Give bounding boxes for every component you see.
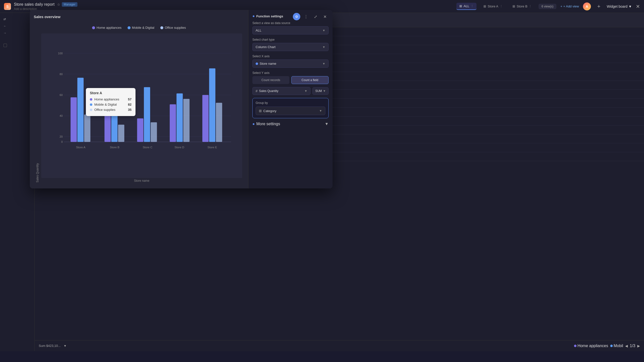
- app-title: Store sales daily report: [14, 2, 54, 7]
- legend-dot-mobile-digital: [128, 26, 130, 29]
- view-tab-store-a[interactable]: ⊞ Store A ⋮: [480, 3, 506, 10]
- legend-dot-office: [160, 26, 163, 29]
- svg-rect-28: [202, 95, 208, 142]
- prev-page-btn[interactable]: ◀: [625, 344, 628, 348]
- svg-text:80: 80: [60, 73, 63, 76]
- tooltip-value-home: 57: [128, 97, 132, 101]
- chart-svg: 100 80 60 40 20 0 Store A: [54, 37, 236, 168]
- tooltip-value-mobile: 82: [128, 103, 132, 106]
- more-settings-label: More settings: [256, 122, 280, 126]
- more-options-btn[interactable]: ⋮: [302, 13, 310, 20]
- view-tab-all[interactable]: ⊞ ALL ⋮: [456, 3, 476, 10]
- user-avatar: A: [583, 2, 591, 10]
- sidebar-back-btn[interactable]: ←: [1, 23, 34, 29]
- add-widget-btn[interactable]: +: [595, 2, 603, 10]
- svg-rect-26: [184, 99, 190, 142]
- sum-chevron-icon: ▼: [323, 89, 326, 93]
- y-axis-btns: Count records Count a field: [252, 76, 328, 84]
- home-appliances-legend: Home appliances: [574, 344, 608, 348]
- group-by-dropdown[interactable]: ⊞ Category ▼: [256, 107, 325, 115]
- chart-panel: Home appliances Mobile & Digital Office …: [30, 10, 248, 188]
- svg-text:Store D: Store D: [174, 146, 184, 149]
- sidebar: ⇄ ← →: [0, 13, 35, 351]
- group-by-label: Group by: [256, 101, 325, 105]
- legend-item-home: Home appliances: [92, 26, 121, 29]
- field-chevron-icon: ▼: [304, 89, 308, 93]
- svg-rect-25: [176, 93, 183, 142]
- tooltip-label-office: Office supplies: [94, 108, 126, 112]
- tooltip: Store A Home appliances 57 Mobile & Digi…: [86, 88, 136, 116]
- sidebar-forward-btn[interactable]: →: [1, 30, 34, 36]
- mobile-legend: Mobil: [610, 344, 623, 348]
- count-records-btn[interactable]: Count records: [252, 76, 289, 84]
- x-axis-dropdown[interactable]: Store name ▼: [252, 59, 328, 68]
- data-source-dropdown[interactable]: ALL ▼: [252, 26, 328, 34]
- widget-board-btn[interactable]: Widget board ▼: [607, 4, 632, 8]
- legend-label-home: Home appliances: [96, 26, 121, 29]
- tooltip-title: Store A: [90, 91, 132, 95]
- sidebar-checkbox[interactable]: [1, 42, 34, 49]
- arrow-icon: ⇄: [4, 17, 6, 21]
- settings-icon-btn[interactable]: ⚙: [293, 13, 300, 20]
- grid-icon: ⊞: [259, 109, 262, 113]
- dialog-titlebar: Sales overview ⚙ ⋮ ⤢ ✕: [30, 10, 332, 23]
- x-axis-dot-icon: [256, 62, 258, 65]
- svg-rect-30: [216, 103, 222, 142]
- svg-text:20: 20: [60, 135, 63, 138]
- tooltip-row-mobile: Mobile & Digital 82: [90, 103, 132, 106]
- next-page-btn[interactable]: ▶: [637, 344, 640, 348]
- add-view-btn[interactable]: + + Add view: [560, 4, 579, 8]
- svg-text:Store B: Store B: [110, 146, 120, 149]
- svg-rect-12: [70, 97, 77, 142]
- svg-text:Store E: Store E: [208, 146, 217, 149]
- page-indicator: 1/3: [630, 344, 635, 348]
- checkbox-icon: [4, 44, 7, 47]
- tooltip-dot-office: [90, 109, 92, 111]
- svg-text:Store A: Store A: [76, 146, 85, 149]
- settings-panel: ● Function settings Select a view as dat…: [248, 10, 332, 188]
- group-by-chevron-icon: ▼: [319, 109, 322, 113]
- bottom-bar: Sum $423,10... ▼ Home appliances Mobil ◀…: [35, 340, 644, 351]
- svg-rect-24: [170, 104, 176, 142]
- close-icon: ✕: [323, 14, 326, 19]
- chart-content: 100 80 60 40 20 0 Store A: [41, 33, 242, 182]
- sum-chevron-icon: ▼: [64, 344, 66, 348]
- chart-area: Sales Quantity 100 80 60: [36, 33, 242, 182]
- dialog: Sales overview ⚙ ⋮ ⤢ ✕ Home appliances: [30, 10, 332, 188]
- tooltip-dot-mobile: [90, 103, 92, 106]
- x-axis-label: Store name: [41, 179, 242, 182]
- more-settings-row[interactable]: ● More settings ▼: [252, 122, 328, 126]
- views-count-btn[interactable]: 6 view(s): [538, 4, 556, 9]
- close-top-btn[interactable]: ✕: [636, 3, 640, 9]
- tooltip-row-home: Home appliances 57: [90, 97, 132, 101]
- chart-legend: Home appliances Mobile & Digital Office …: [36, 26, 242, 29]
- legend-label-mobile: Mobile & Digital: [132, 26, 154, 29]
- count-field-btn[interactable]: Count a field: [291, 76, 329, 84]
- data-source-chevron-icon: ▼: [322, 29, 325, 32]
- field-row: # Sales Quantity ▼ SUM ▼: [252, 87, 328, 95]
- sum-select-dropdown[interactable]: SUM ▼: [312, 87, 328, 95]
- svg-rect-21: [144, 87, 150, 142]
- sidebar-nav-btn[interactable]: ⇄: [1, 16, 34, 22]
- tooltip-label-home: Home appliances: [94, 97, 126, 101]
- close-dialog-btn[interactable]: ✕: [321, 13, 328, 20]
- x-axis-settings-label: Select X axis: [252, 54, 328, 58]
- expand-btn[interactable]: ⤢: [312, 13, 319, 20]
- view-tab-store-b[interactable]: ⊞ Store B ⋮: [510, 3, 534, 10]
- view-tab-store-b-label: Store B: [517, 4, 527, 8]
- group-by-box: Group by ⊞ Category ▼: [252, 98, 328, 118]
- chart-type-dropdown[interactable]: Column Chart ▼: [252, 43, 328, 51]
- legend-dot-home: [574, 345, 576, 347]
- svg-rect-18: [118, 125, 124, 142]
- field-select-dropdown[interactable]: # Sales Quantity ▼: [252, 87, 310, 95]
- top-bar-right: ⊞ ALL ⋮ ⊞ Store A ⋮ ⊞ Store B ⋮ 6 view(s…: [456, 2, 640, 10]
- more-settings-dot: ●: [252, 122, 255, 126]
- group-by-value: Category: [263, 109, 276, 113]
- tooltip-label-mobile: Mobile & Digital: [94, 103, 126, 106]
- tooltip-value-office: 35: [128, 108, 132, 112]
- hash-icon: #: [256, 89, 258, 93]
- ellipsis-icon: ⋮: [304, 14, 308, 19]
- x-axis-chevron-icon: ▼: [322, 62, 325, 65]
- legend-dot-mobile: [610, 345, 613, 347]
- svg-text:0: 0: [61, 140, 62, 143]
